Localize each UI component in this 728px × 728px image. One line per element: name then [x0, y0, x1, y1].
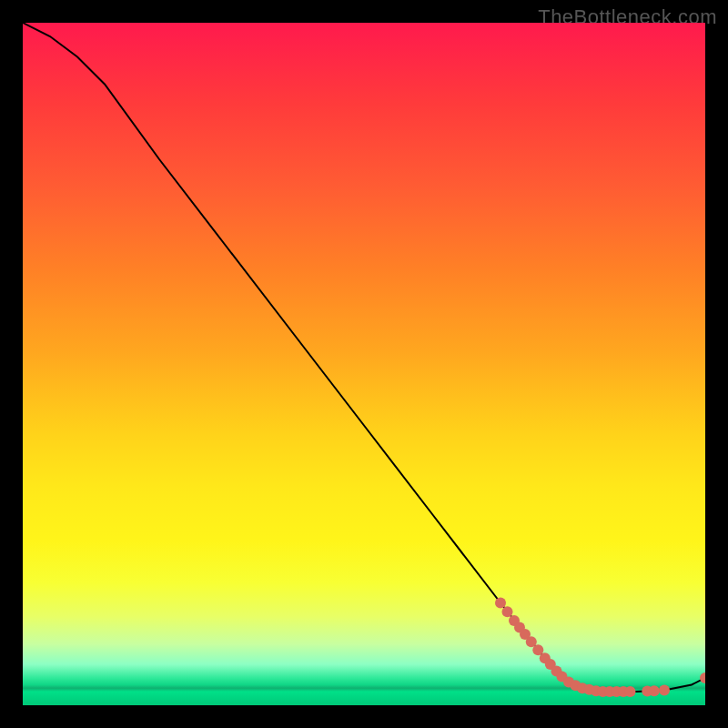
- data-dot: [625, 686, 636, 697]
- data-dot: [495, 598, 506, 609]
- data-dot: [659, 685, 670, 696]
- data-dot: [502, 606, 513, 617]
- data-dot: [649, 685, 660, 696]
- bottleneck-curve: [23, 23, 705, 692]
- curve-svg: [23, 23, 705, 705]
- chart-frame: TheBottleneck.com: [0, 0, 728, 728]
- plot-area: [23, 23, 705, 705]
- data-dots: [495, 598, 705, 698]
- data-dot: [700, 672, 705, 683]
